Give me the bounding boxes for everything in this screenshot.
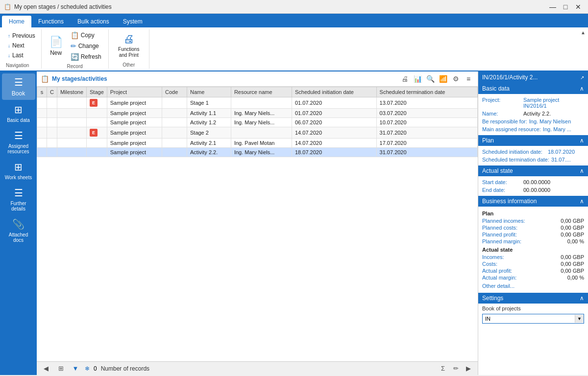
col-header-code[interactable]: Code: [162, 87, 187, 97]
table-row[interactable]: ESample projectStage 101.07.202013.07.20…: [37, 97, 478, 109]
table-row[interactable]: Sample projectActivity 2.1Ing. Pavel Mot…: [37, 139, 478, 148]
field-project: Project: Sample project IN/2016/1: [482, 96, 584, 110]
basic-data-section-label: Basic data: [482, 85, 510, 92]
field-init-date: Scheduled initiation date: 18.07.2020: [482, 148, 584, 156]
ribbon-collapse-button[interactable]: ▲: [578, 27, 588, 37]
book-icon: ☰: [14, 76, 23, 88]
init-date-label: Scheduled initiation date:: [482, 149, 546, 155]
actual-margin-label: Actual margin:: [482, 275, 516, 281]
further-details-icon: ☰: [14, 187, 23, 199]
table-settings-button[interactable]: ⚙: [450, 73, 461, 84]
arrow-up-icon: ↑: [8, 33, 10, 39]
planned-incomes-value: 0,00 GBP: [561, 218, 584, 224]
table-menu-button[interactable]: ≡: [463, 73, 474, 84]
nav-last-button[interactable]: ↓ Last: [6, 51, 37, 60]
field-responsible: Be responsible for: Ing. Mary Nielsen: [482, 118, 584, 125]
record-group-items: 📄 New 📋 Copy ✏ Change 🔄 Refresh: [46, 30, 104, 62]
table-toolbar: 📋 My stages/activities 🖨 📊 🔍 📶 ⚙ ≡: [37, 71, 478, 87]
new-button[interactable]: 📄 New: [46, 34, 67, 58]
plan-section-header[interactable]: Plan ∧: [478, 135, 588, 146]
start-date-label: Start date:: [482, 179, 521, 185]
tab-functions[interactable]: Functions: [31, 16, 71, 27]
right-panel: IN/2016/1/Activity 2... ↗ Basic data ∧ P…: [478, 71, 588, 375]
col-header-stage[interactable]: Stage: [87, 87, 107, 97]
table-barview-button[interactable]: 📶: [438, 73, 448, 84]
scroll-left-button[interactable]: ◀: [41, 363, 51, 374]
assigned-resources-icon: ☰: [14, 130, 23, 141]
attached-docs-icon: 📎: [12, 218, 24, 230]
planned-profit-label: Planned profit:: [482, 232, 517, 237]
table-print-button[interactable]: 🖨: [399, 73, 410, 84]
basic-data-section-header[interactable]: Basic data ∧: [478, 83, 588, 94]
close-button[interactable]: ✕: [572, 2, 584, 12]
title-bar-controls: — □ ✕: [547, 2, 584, 12]
main-layout: ☰ Book ⊞ Basic data ☰ Assigned resources…: [0, 71, 588, 375]
tab-home[interactable]: Home: [2, 16, 31, 27]
actual-state-section-header[interactable]: Actual state ∧: [478, 165, 588, 176]
external-link-icon[interactable]: ↗: [580, 75, 584, 80]
planned-incomes-row: Planned incomes: 0,00 GBP: [482, 217, 584, 224]
actual-state-section-content: Start date: 00.00.0000 End date: 00.00.0…: [478, 176, 588, 196]
field-end-date: End date: 00.00.0000: [482, 186, 584, 194]
copy-label: Copy: [81, 32, 95, 39]
maximize-button[interactable]: □: [560, 2, 571, 12]
col-header-milestone[interactable]: Milestone: [57, 87, 86, 97]
sidebar-item-attached-docs[interactable]: 📎 Attached docs: [2, 215, 35, 246]
sidebar-item-basic-data[interactable]: ⊞ Basic data: [2, 101, 35, 126]
book-of-projects-input[interactable]: [483, 314, 575, 323]
business-info-section-header[interactable]: Business information ∧: [478, 196, 588, 207]
sidebar-item-assigned-resources[interactable]: ☰ Assigned resources: [2, 127, 35, 157]
new-label: New: [50, 49, 62, 56]
sidebar-item-work-sheets[interactable]: ⊞ Work sheets: [2, 158, 35, 183]
table-row[interactable]: Sample projectActivity 1.2Ing. Mary Niel…: [37, 118, 478, 127]
table-body: ESample projectStage 101.07.202013.07.20…: [37, 97, 478, 157]
change-button[interactable]: ✏ Change: [68, 41, 104, 51]
tab-system[interactable]: System: [116, 16, 149, 27]
col-header-project[interactable]: Project: [107, 87, 162, 97]
copy-button[interactable]: 📋 Copy: [68, 30, 104, 40]
actual-profit-label: Actual profit:: [482, 268, 512, 274]
col-header-name[interactable]: Name: [187, 87, 231, 97]
sidebar-item-further-details[interactable]: ☰ Further details: [2, 184, 35, 214]
tab-bulk-actions[interactable]: Bulk actions: [71, 16, 116, 27]
costs-row: Costs: 0,00 GBP: [482, 260, 584, 267]
main-resource-field-value: Ing. Mary ...: [543, 126, 571, 132]
title-bar: 📋 My open stages / scheduled activities …: [0, 0, 588, 14]
col-header-resource[interactable]: Resource name: [231, 87, 292, 97]
sidebar-item-book[interactable]: ☰ Book: [2, 73, 35, 100]
minimize-button[interactable]: —: [547, 2, 559, 12]
book-dropdown-button[interactable]: ▼: [575, 315, 584, 323]
col-header-init-date[interactable]: Scheduled initiation date: [292, 87, 377, 97]
filter-button[interactable]: ▼: [70, 363, 81, 374]
col-header-term-date[interactable]: Scheduled termination date: [376, 87, 477, 97]
col-header-s: s: [37, 87, 47, 97]
ribbon-other-group: 🖨 Functions and Print Other: [109, 29, 149, 69]
settings-section-header[interactable]: Settings ∧: [478, 293, 588, 304]
ribbon-record-group: 📄 New 📋 Copy ✏ Change 🔄 Refresh: [42, 29, 109, 69]
nav-next-button[interactable]: ↓ Next: [6, 41, 37, 50]
table-row[interactable]: ESample projectStage 214.07.202031.07.20…: [37, 127, 478, 139]
table-view-toggle[interactable]: ⊞: [55, 363, 66, 374]
functions-print-button[interactable]: 🖨 Functions and Print: [113, 31, 145, 60]
business-info-section-label: Business information: [482, 198, 537, 205]
basic-data-icon: ⊞: [14, 104, 23, 116]
actual-margin-row: Actual margin: 0,00 %: [482, 274, 584, 281]
refresh-button[interactable]: 🔄 Refresh: [68, 52, 104, 62]
costs-label: Costs:: [482, 261, 497, 267]
table-chart-button[interactable]: 📊: [412, 73, 423, 84]
table-search-button[interactable]: 🔍: [425, 73, 436, 84]
other-details-link[interactable]: Other detail...: [482, 281, 584, 291]
previous-label: Previous: [12, 32, 35, 39]
edit-button[interactable]: ✏: [450, 363, 461, 374]
copy-icon: 📋: [71, 31, 79, 39]
stage-e-icon: E: [90, 99, 98, 107]
nav-previous-button[interactable]: ↑ Previous: [6, 31, 37, 40]
main-resource-field-label: Main assigned resource:: [482, 126, 541, 132]
table-row[interactable]: Sample projectActivity 2.2.Ing. Mary Nie…: [37, 148, 478, 157]
actual-state-subsection-title: Actual state: [482, 245, 584, 254]
incomes-label: Incomes:: [482, 254, 504, 260]
scroll-right-button[interactable]: ▶: [463, 363, 474, 374]
sum-button[interactable]: Σ: [438, 363, 448, 374]
business-info-chevron-icon: ∧: [580, 198, 584, 205]
table-row[interactable]: Sample projectActivity 1.1Ing. Mary Niel…: [37, 109, 478, 118]
